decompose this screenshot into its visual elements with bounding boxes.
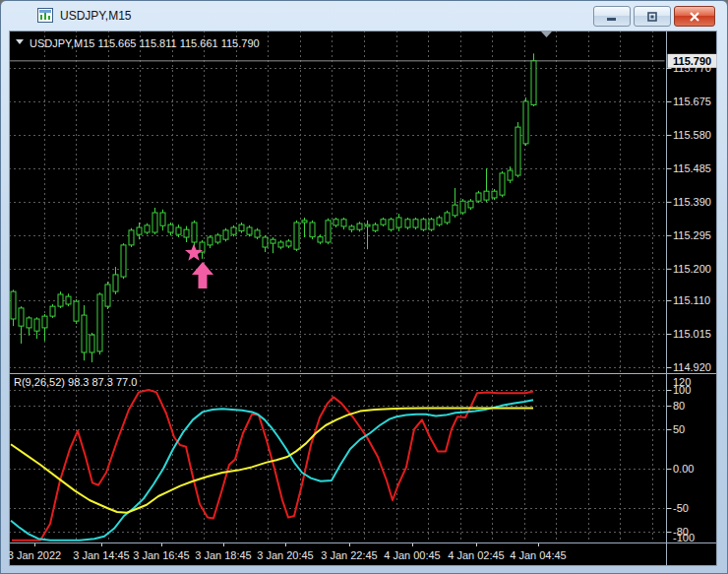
time-tick-label: 3 Jan 2022 [9, 549, 61, 561]
candle-body [531, 61, 536, 105]
candle-body [82, 315, 87, 352]
candle-body [286, 241, 291, 246]
candle-body [239, 224, 244, 230]
candle-body [152, 213, 157, 232]
candle-body [516, 127, 520, 175]
price-tick-label: 115.675 [673, 96, 711, 107]
candle-body [508, 170, 513, 180]
candle-body [58, 294, 63, 306]
candle-body [184, 229, 189, 237]
ohlc-header: USDJPY,M15 115.665 115.811 115.661 115.7… [30, 37, 260, 49]
time-tick-label: 3 Jan 20:45 [257, 549, 314, 561]
candle-body [365, 224, 370, 226]
mt4-chart-window: USDJPY,M15 115.770115.675115.580115.4851… [0, 0, 728, 574]
chart-canvas[interactable]: 115.770115.675115.580115.485115.390115.2… [9, 31, 717, 566]
oscillator-tick-label: -50 [673, 502, 689, 514]
candle-body [341, 220, 346, 226]
candle-body [27, 318, 31, 328]
candle-body [215, 235, 220, 242]
candle-body [357, 223, 362, 229]
time-tick-label: 4 Jan 04:45 [510, 549, 567, 561]
candle-body [129, 230, 134, 245]
price-tick-label: 115.485 [673, 162, 711, 174]
candle-body [500, 173, 505, 195]
current-price-value: 115.790 [673, 55, 711, 67]
candle-body [192, 223, 197, 242]
window-controls [590, 6, 715, 27]
price-tick-label: 115.390 [673, 196, 711, 208]
candle-body [19, 308, 24, 326]
candle-body [160, 213, 165, 225]
candle-body [349, 226, 354, 229]
minimize-icon [606, 12, 618, 22]
candle-body [137, 227, 142, 234]
oscillator-tick-label: -100 [673, 532, 695, 543]
candle-body [42, 316, 47, 328]
price-tick-label: 115.015 [673, 328, 711, 340]
time-tick-label: 3 Jan 14:45 [73, 549, 130, 561]
candle-body [437, 218, 442, 224]
candle-body [492, 191, 497, 198]
price-tick-label: 115.580 [673, 129, 711, 141]
candle-body [66, 296, 71, 304]
candle-body [255, 230, 260, 237]
candle-body [263, 237, 268, 247]
candle-body [460, 201, 465, 213]
title-bar[interactable]: USDJPY,M15 [1, 1, 727, 30]
candle-body [50, 306, 55, 316]
minimize-button[interactable] [593, 6, 631, 27]
oscillator-tick-label: 80 [673, 400, 685, 412]
price-tick-label: 115.295 [673, 229, 711, 241]
chart-background [9, 31, 717, 566]
candle-body [413, 220, 418, 227]
candle-body [271, 239, 275, 243]
candle-body [208, 237, 212, 245]
candle-body [421, 220, 426, 229]
candle-body [302, 221, 307, 223]
candle-body [168, 224, 173, 232]
candle-body [453, 205, 457, 216]
oscillator-tick-label: 0.00 [673, 463, 694, 475]
candle-body [97, 294, 102, 351]
restore-button[interactable] [634, 6, 671, 27]
candle-body [373, 224, 378, 230]
candle-body [484, 191, 489, 200]
window-title: USDJPY,M15 [60, 9, 131, 23]
candle-body [476, 193, 481, 201]
candle-body [318, 237, 323, 242]
candle-body [278, 242, 283, 247]
price-tick-label: 115.200 [673, 263, 711, 275]
candle-body [389, 220, 394, 229]
candle-body [231, 227, 236, 234]
candle-body [396, 218, 401, 227]
time-tick-label: 3 Jan 18:45 [195, 549, 252, 561]
price-tick-label: 114.920 [673, 361, 711, 373]
candle-body [121, 245, 126, 277]
time-tick-label: 3 Jan 16:45 [133, 549, 190, 561]
candle-body [294, 223, 299, 249]
candle-body [381, 220, 386, 224]
candle-body [74, 301, 79, 321]
candle-body [326, 221, 331, 242]
candle-body [105, 285, 110, 306]
time-tick-label: 4 Jan 00:45 [384, 549, 441, 561]
restore-icon [646, 12, 658, 22]
price-tick-label: 115.110 [673, 294, 710, 306]
close-icon [689, 12, 700, 22]
candle-body [34, 319, 39, 331]
close-button[interactable] [674, 6, 715, 27]
candle-body [405, 220, 410, 227]
candle-body [429, 220, 434, 229]
chart-window-icon [37, 8, 53, 23]
candle-body [90, 335, 94, 352]
time-tick-label: 3 Jan 22:45 [321, 549, 378, 561]
candle-body [445, 213, 450, 223]
candle-body [468, 201, 473, 208]
chart-client-area: 115.770115.675115.580115.485115.390115.2… [9, 31, 717, 566]
candle-body [176, 227, 181, 234]
candle-body [310, 223, 315, 237]
time-tick-label: 4 Jan 02:45 [448, 549, 505, 561]
candle-body [113, 275, 118, 291]
candle-body [247, 227, 252, 234]
candle-body [334, 220, 338, 225]
